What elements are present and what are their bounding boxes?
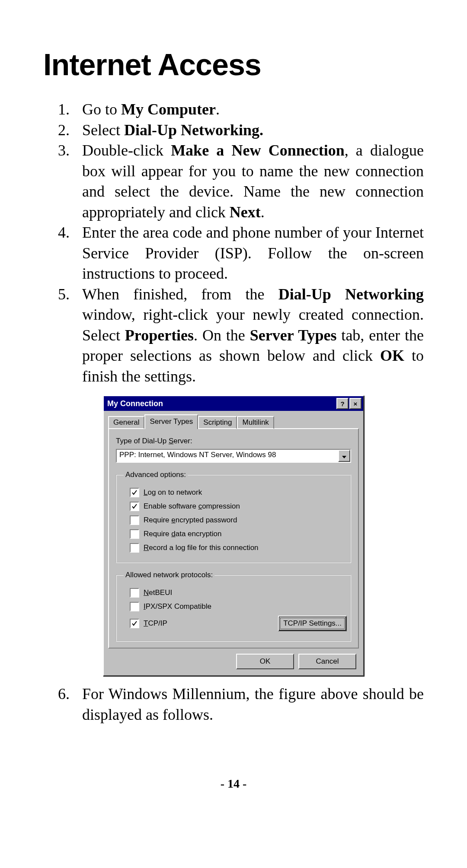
dialog-titlebar[interactable]: My Connection ? × [104,396,363,411]
tab-strip: General Server Types Scripting Multilink [108,414,359,429]
tab-general[interactable]: General [108,416,144,429]
checkbox-icon [130,529,139,539]
step-6: For Windows Millennium, the figure above… [74,684,424,725]
close-button[interactable]: × [349,398,361,409]
step-5: When finished, from the Dial-Up Networki… [74,284,424,387]
question-icon: ? [340,401,344,407]
checkbox-icon [130,502,139,511]
cancel-button[interactable]: Cancel [298,654,356,669]
checkbox-tcpip[interactable] [130,619,139,628]
tab-server-types[interactable]: Server Types [144,414,198,429]
dropdown-button[interactable] [338,450,350,462]
step-3: Double-click Make a New Connection, a di… [74,140,424,223]
tab-pane-server-types: Type of Dial-Up Server: PPP: Internet, W… [108,428,359,649]
page-number: - 14 - [43,777,424,791]
instruction-list-cont: For Windows Millennium, the figure above… [43,684,424,725]
help-button[interactable]: ? [336,398,349,409]
checkbox-icon [130,602,139,611]
chevron-down-icon [342,451,346,461]
checkbox-icon [130,488,139,497]
checkbox-record-log-file[interactable]: Record a log file for this connection [130,543,347,553]
checkbox-software-compression[interactable]: Enable software compression [130,502,347,511]
checkbox-ipx-spx[interactable]: IPX/SPX Compatible [130,602,347,611]
tab-scripting[interactable]: Scripting [198,416,237,429]
tcpip-settings-button[interactable]: TCP/IP Settings... [278,616,347,631]
ok-button[interactable]: OK [236,654,294,669]
checkbox-icon [130,588,139,598]
checkbox-icon [130,543,139,553]
svg-marker-0 [342,456,346,458]
allowed-protocols-legend: Allowed network protocols: [124,571,214,579]
checkbox-log-on-network[interactable]: Log on to network [130,488,347,497]
checkbox-netbeui[interactable]: NetBEUI [130,588,347,598]
page-title: Internet Access [43,48,424,82]
checkbox-tcpip-row: TCP/IP TCP/IP Settings... [130,616,347,631]
checkbox-encrypted-password[interactable]: Require encrypted password [130,515,347,525]
close-icon: × [354,401,358,407]
checkbox-data-encryption[interactable]: Require data encryption [130,529,347,539]
server-type-label: Type of Dial-Up Server: [116,437,351,445]
server-type-value: PPP: Internet, Windows NT Server, Window… [117,450,338,462]
instruction-list: Go to My Computer. Select Dial-Up Networ… [43,99,424,387]
tab-multilink[interactable]: Multilink [237,416,274,429]
my-connection-dialog: My Connection ? × General Server Types S… [103,395,364,676]
allowed-protocols-group: Allowed network protocols: NetBEUI IPX/S… [116,571,351,642]
step-2: Select Dial-Up Networking. [74,120,424,141]
step-1: Go to My Computer. [74,99,424,120]
advanced-options-legend: Advanced options: [124,471,188,479]
checkbox-icon [130,515,139,525]
step-4: Enter the area code and phone number of … [74,223,424,284]
advanced-options-group: Advanced options: Log on to network Enab… [116,471,351,563]
server-type-dropdown[interactable]: PPP: Internet, Windows NT Server, Window… [116,449,351,463]
dialog-title: My Connection [107,399,163,408]
